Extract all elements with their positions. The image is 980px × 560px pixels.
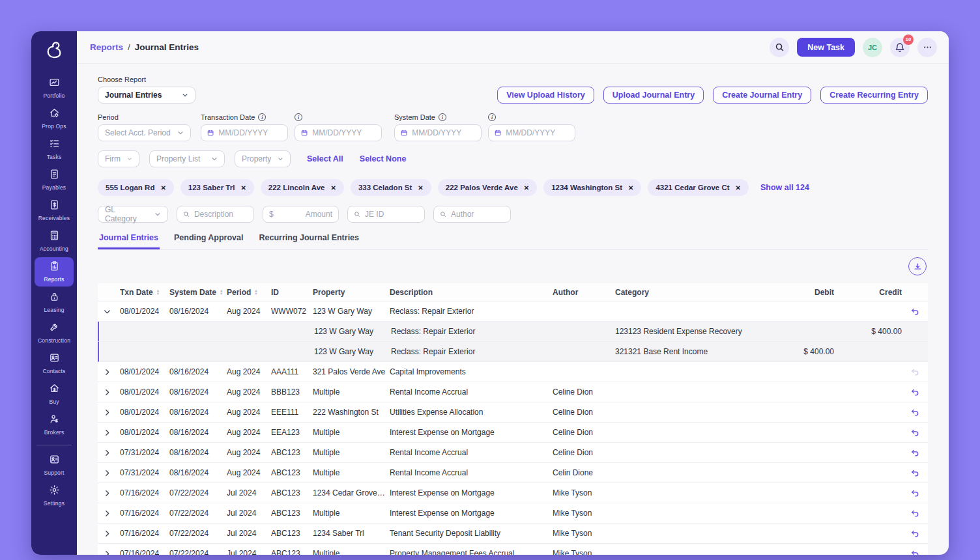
description-input[interactable]: [194, 210, 248, 219]
expand-row-button[interactable]: [98, 489, 120, 497]
property-list-select[interactable]: Property List: [149, 150, 225, 167]
transaction-date-end[interactable]: [295, 124, 382, 141]
column-header-txn-date[interactable]: Txn Date▲▼: [120, 288, 169, 297]
je-id-search[interactable]: [347, 206, 425, 223]
transaction-date-start-input[interactable]: [218, 128, 281, 137]
expand-row-button[interactable]: [98, 408, 120, 417]
search-button[interactable]: [770, 38, 789, 57]
download-button[interactable]: [908, 257, 927, 275]
chip-remove-icon[interactable]: ✕: [736, 184, 741, 191]
expand-row-button[interactable]: [98, 307, 120, 316]
amount-input[interactable]: [278, 210, 332, 219]
expand-row-button[interactable]: [98, 509, 120, 518]
sidebar-item-buy[interactable]: Buy: [35, 380, 74, 409]
info-icon[interactable]: i: [488, 113, 496, 121]
info-icon[interactable]: i: [295, 113, 302, 121]
author-search[interactable]: [433, 206, 511, 223]
reverse-entry-button[interactable]: [906, 408, 928, 417]
sidebar-item-tasks[interactable]: Tasks: [35, 135, 74, 164]
period-select[interactable]: Select Acct. Period: [98, 124, 191, 141]
sort-icon[interactable]: ▲▼: [220, 289, 223, 295]
sidebar-item-reports[interactable]: Reports: [35, 257, 74, 287]
chip-remove-icon[interactable]: ✕: [240, 184, 246, 191]
upload-journal-entry-button[interactable]: Upload Journal Entry: [603, 87, 704, 104]
sort-icon[interactable]: ▲▼: [156, 289, 160, 295]
sidebar-item-support[interactable]: Support: [35, 451, 74, 480]
sidebar-item-prop-ops[interactable]: Prop Ops: [35, 104, 74, 133]
create-journal-entry-button[interactable]: Create Journal Entry: [713, 87, 811, 104]
expand-row-button[interactable]: [98, 449, 120, 457]
reverse-entry-button[interactable]: [906, 509, 928, 518]
reverse-entry-button[interactable]: [906, 428, 928, 438]
create-recurring-entry-button[interactable]: Create Recurring Entry: [820, 87, 928, 104]
column-header-description: Description: [390, 288, 553, 297]
reverse-entry-button[interactable]: [906, 549, 928, 555]
reverse-entry-button[interactable]: [906, 448, 928, 458]
show-all-link[interactable]: Show all 124: [760, 183, 809, 192]
sidebar-item-payables[interactable]: Payables: [35, 165, 74, 195]
column-header-system-date[interactable]: System Date▲▼: [169, 288, 227, 297]
system-date-end-input[interactable]: [506, 128, 569, 137]
tab-journal-entries[interactable]: Journal Entries: [98, 232, 160, 249]
sidebar-item-construction[interactable]: Construction: [35, 318, 74, 348]
firm-select[interactable]: Firm: [98, 150, 139, 167]
system-date-start[interactable]: [394, 124, 482, 141]
sidebar-item-leasing[interactable]: Leasing: [35, 288, 74, 317]
info-icon[interactable]: i: [258, 113, 266, 121]
sort-icon[interactable]: ▲▼: [254, 289, 257, 295]
sidebar-item-brokers[interactable]: Brokers: [35, 410, 74, 440]
chip-remove-icon[interactable]: ✕: [160, 184, 166, 191]
sidebar-item-portfolio[interactable]: Portfolio: [35, 74, 74, 103]
reverse-entry-button[interactable]: [906, 529, 928, 539]
table-detail-row: 123 W Gary WayReclass: Repair Exterior32…: [98, 342, 928, 362]
gl-category-select[interactable]: GL Category: [98, 206, 168, 223]
reverse-entry-button[interactable]: [906, 488, 928, 498]
tab-recurring-journal-entries[interactable]: Recurring Journal Entries: [258, 232, 361, 249]
chip-remove-icon[interactable]: ✕: [418, 184, 423, 191]
chip-remove-icon[interactable]: ✕: [331, 184, 336, 191]
expand-row-button[interactable]: [98, 368, 120, 376]
reverse-entry-button[interactable]: [906, 367, 928, 377]
new-task-button[interactable]: New Task: [797, 38, 855, 57]
breadcrumb-parent[interactable]: Reports: [90, 42, 123, 52]
app-logo[interactable]: [31, 31, 77, 69]
more-menu-button[interactable]: [917, 38, 937, 57]
cell-system-date: 07/22/2024: [169, 549, 227, 555]
system-date-start-input[interactable]: [412, 128, 475, 137]
author-input[interactable]: [451, 210, 504, 219]
select-none-button[interactable]: Select None: [360, 154, 407, 163]
system-date-end[interactable]: [488, 124, 575, 141]
chevron-right-icon: [103, 489, 111, 497]
reverse-entry-button[interactable]: [906, 307, 928, 316]
cell-property: 123 W Gary Way: [313, 307, 390, 316]
reverse-entry-button[interactable]: [906, 468, 928, 478]
expand-row-button[interactable]: [98, 550, 120, 555]
expand-row-button[interactable]: [98, 469, 120, 477]
search-icon: [183, 210, 190, 218]
report-select[interactable]: Journal Entries: [98, 87, 195, 104]
sidebar-item-accounting[interactable]: Accounting: [35, 227, 74, 256]
column-header-period[interactable]: Period▲▼: [227, 288, 271, 297]
sidebar-item-settings[interactable]: Settings: [35, 481, 74, 511]
amount-filter[interactable]: $: [263, 206, 339, 223]
notifications-button[interactable]: 10: [890, 38, 910, 57]
avatar[interactable]: JC: [863, 38, 882, 57]
property-select[interactable]: Property: [235, 150, 291, 167]
tab-pending-approval[interactable]: Pending Approval: [173, 232, 245, 249]
expand-row-button[interactable]: [98, 388, 120, 397]
sidebar-item-contacts[interactable]: Contacts: [35, 349, 74, 378]
chip-remove-icon[interactable]: ✕: [524, 184, 529, 191]
expand-row-button[interactable]: [98, 428, 120, 437]
description-search[interactable]: [177, 206, 254, 223]
select-all-button[interactable]: Select All: [307, 154, 343, 163]
transaction-date-end-input[interactable]: [312, 128, 375, 137]
reverse-entry-button[interactable]: [906, 387, 928, 397]
transaction-date-start[interactable]: [201, 124, 288, 141]
je-id-input[interactable]: [365, 210, 418, 219]
info-icon[interactable]: i: [439, 113, 446, 121]
chip-remove-icon[interactable]: ✕: [628, 184, 633, 191]
expand-row-button[interactable]: [98, 529, 120, 538]
view-upload-history-button[interactable]: View Upload History: [497, 87, 594, 104]
undo-icon: [910, 428, 920, 438]
sidebar-item-receivables[interactable]: Receivables: [35, 196, 74, 225]
